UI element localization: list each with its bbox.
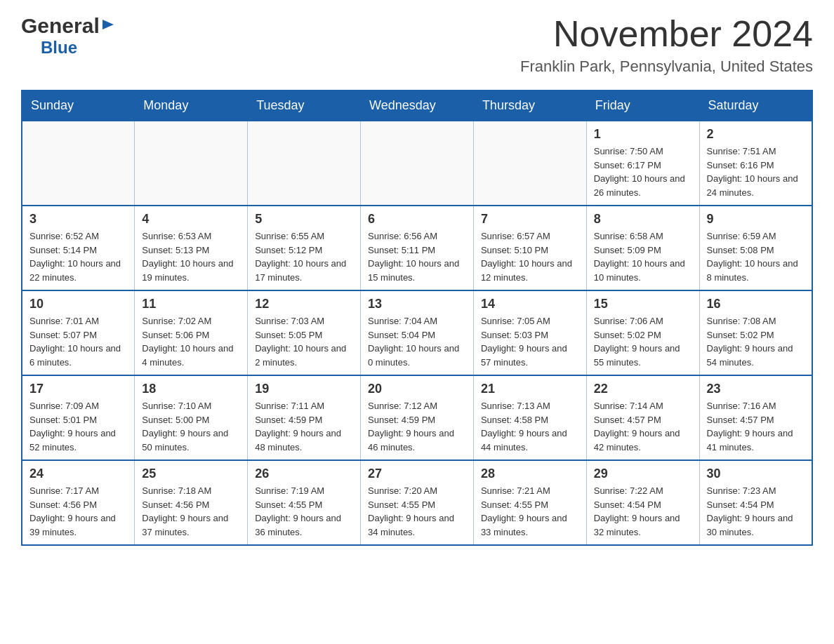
column-header-friday: Friday	[586, 90, 699, 121]
week-row-1: 1Sunrise: 7:50 AMSunset: 6:17 PMDaylight…	[22, 121, 812, 206]
day-number: 14	[481, 297, 579, 311]
day-number: 24	[29, 467, 127, 481]
day-number: 30	[707, 467, 805, 481]
day-info: Sunrise: 6:55 AMSunset: 5:12 PMDaylight:…	[255, 229, 353, 284]
day-info: Sunrise: 7:10 AMSunset: 5:00 PMDaylight:…	[142, 399, 240, 454]
day-info: Sunrise: 7:23 AMSunset: 4:54 PMDaylight:…	[707, 484, 805, 539]
logo-general-text: General	[21, 14, 100, 38]
day-number: 8	[594, 212, 692, 227]
calendar-cell	[361, 121, 474, 206]
day-info: Sunrise: 7:08 AMSunset: 5:02 PMDaylight:…	[707, 314, 805, 369]
calendar-cell	[22, 121, 135, 206]
calendar-cell: 24Sunrise: 7:17 AMSunset: 4:56 PMDayligh…	[22, 460, 135, 545]
day-info: Sunrise: 7:04 AMSunset: 5:04 PMDaylight:…	[368, 314, 466, 369]
day-info: Sunrise: 7:05 AMSunset: 5:03 PMDaylight:…	[481, 314, 579, 369]
day-number: 6	[368, 212, 466, 227]
calendar-cell: 30Sunrise: 7:23 AMSunset: 4:54 PMDayligh…	[699, 460, 812, 545]
calendar-cell: 8Sunrise: 6:58 AMSunset: 5:09 PMDaylight…	[586, 206, 699, 290]
calendar-cell	[473, 121, 586, 206]
day-number: 11	[142, 297, 240, 311]
column-header-monday: Monday	[135, 90, 248, 121]
day-info: Sunrise: 7:12 AMSunset: 4:59 PMDaylight:…	[368, 399, 466, 454]
day-number: 22	[594, 382, 692, 396]
calendar-cell: 10Sunrise: 7:01 AMSunset: 5:07 PMDayligh…	[22, 290, 135, 375]
column-header-saturday: Saturday	[699, 90, 812, 121]
day-number: 20	[368, 382, 466, 396]
calendar-cell: 29Sunrise: 7:22 AMSunset: 4:54 PMDayligh…	[586, 460, 699, 545]
logo-arrow-icon	[100, 17, 115, 35]
day-number: 19	[255, 382, 353, 396]
day-info: Sunrise: 7:14 AMSunset: 4:57 PMDaylight:…	[594, 399, 692, 454]
logo: General Blue	[21, 14, 115, 58]
day-number: 29	[594, 467, 692, 481]
day-info: Sunrise: 6:57 AMSunset: 5:10 PMDaylight:…	[481, 229, 579, 284]
column-header-tuesday: Tuesday	[248, 90, 361, 121]
day-info: Sunrise: 7:16 AMSunset: 4:57 PMDaylight:…	[707, 399, 805, 454]
subtitle: Franklin Park, Pennsylvania, United Stat…	[520, 58, 813, 76]
day-info: Sunrise: 6:58 AMSunset: 5:09 PMDaylight:…	[594, 229, 692, 284]
day-info: Sunrise: 7:20 AMSunset: 4:55 PMDaylight:…	[368, 484, 466, 539]
column-header-wednesday: Wednesday	[361, 90, 474, 121]
day-info: Sunrise: 7:21 AMSunset: 4:55 PMDaylight:…	[481, 484, 579, 539]
svg-marker-0	[102, 20, 114, 29]
calendar-cell: 15Sunrise: 7:06 AMSunset: 5:02 PMDayligh…	[586, 290, 699, 375]
week-row-2: 3Sunrise: 6:52 AMSunset: 5:14 PMDaylight…	[22, 206, 812, 290]
day-info: Sunrise: 7:06 AMSunset: 5:02 PMDaylight:…	[594, 314, 692, 369]
day-info: Sunrise: 7:02 AMSunset: 5:06 PMDaylight:…	[142, 314, 240, 369]
week-row-4: 17Sunrise: 7:09 AMSunset: 5:01 PMDayligh…	[22, 375, 812, 460]
week-row-3: 10Sunrise: 7:01 AMSunset: 5:07 PMDayligh…	[22, 290, 812, 375]
day-number: 28	[481, 467, 579, 481]
day-info: Sunrise: 6:56 AMSunset: 5:11 PMDaylight:…	[368, 229, 466, 284]
calendar-cell: 20Sunrise: 7:12 AMSunset: 4:59 PMDayligh…	[361, 375, 474, 460]
day-info: Sunrise: 7:17 AMSunset: 4:56 PMDaylight:…	[29, 484, 127, 539]
calendar-cell: 22Sunrise: 7:14 AMSunset: 4:57 PMDayligh…	[586, 375, 699, 460]
day-info: Sunrise: 7:51 AMSunset: 6:16 PMDaylight:…	[707, 145, 805, 199]
calendar-cell	[135, 121, 248, 206]
calendar-cell: 7Sunrise: 6:57 AMSunset: 5:10 PMDaylight…	[473, 206, 586, 290]
calendar-cell: 5Sunrise: 6:55 AMSunset: 5:12 PMDaylight…	[248, 206, 361, 290]
day-number: 2	[707, 127, 805, 142]
calendar-cell: 14Sunrise: 7:05 AMSunset: 5:03 PMDayligh…	[473, 290, 586, 375]
day-number: 3	[29, 212, 127, 227]
calendar-cell: 25Sunrise: 7:18 AMSunset: 4:56 PMDayligh…	[135, 460, 248, 545]
column-header-sunday: Sunday	[22, 90, 135, 121]
calendar-cell: 27Sunrise: 7:20 AMSunset: 4:55 PMDayligh…	[361, 460, 474, 545]
calendar-cell: 21Sunrise: 7:13 AMSunset: 4:58 PMDayligh…	[473, 375, 586, 460]
day-info: Sunrise: 6:53 AMSunset: 5:13 PMDaylight:…	[142, 229, 240, 284]
calendar-cell: 17Sunrise: 7:09 AMSunset: 5:01 PMDayligh…	[22, 375, 135, 460]
day-number: 27	[368, 467, 466, 481]
day-info: Sunrise: 7:50 AMSunset: 6:17 PMDaylight:…	[594, 145, 692, 199]
day-number: 21	[481, 382, 579, 396]
calendar-cell: 26Sunrise: 7:19 AMSunset: 4:55 PMDayligh…	[248, 460, 361, 545]
calendar-cell: 18Sunrise: 7:10 AMSunset: 5:00 PMDayligh…	[135, 375, 248, 460]
title-area: November 2024 Franklin Park, Pennsylvani…	[520, 14, 813, 76]
day-info: Sunrise: 7:19 AMSunset: 4:55 PMDaylight:…	[255, 484, 353, 539]
day-number: 26	[255, 467, 353, 481]
day-number: 1	[594, 127, 692, 142]
day-info: Sunrise: 7:22 AMSunset: 4:54 PMDaylight:…	[594, 484, 692, 539]
day-info: Sunrise: 7:11 AMSunset: 4:59 PMDaylight:…	[255, 399, 353, 454]
day-number: 13	[368, 297, 466, 311]
day-number: 9	[707, 212, 805, 227]
day-number: 15	[594, 297, 692, 311]
calendar-cell: 23Sunrise: 7:16 AMSunset: 4:57 PMDayligh…	[699, 375, 812, 460]
calendar-cell: 1Sunrise: 7:50 AMSunset: 6:17 PMDaylight…	[586, 121, 699, 206]
calendar-cell: 3Sunrise: 6:52 AMSunset: 5:14 PMDaylight…	[22, 206, 135, 290]
day-number: 5	[255, 212, 353, 227]
calendar-cell	[248, 121, 361, 206]
calendar-cell: 4Sunrise: 6:53 AMSunset: 5:13 PMDaylight…	[135, 206, 248, 290]
calendar-cell: 2Sunrise: 7:51 AMSunset: 6:16 PMDaylight…	[699, 121, 812, 206]
calendar-header-row: SundayMondayTuesdayWednesdayThursdayFrid…	[22, 90, 812, 121]
calendar-cell: 6Sunrise: 6:56 AMSunset: 5:11 PMDaylight…	[361, 206, 474, 290]
day-info: Sunrise: 7:18 AMSunset: 4:56 PMDaylight:…	[142, 484, 240, 539]
day-number: 4	[142, 212, 240, 227]
calendar-cell: 11Sunrise: 7:02 AMSunset: 5:06 PMDayligh…	[135, 290, 248, 375]
calendar-cell: 19Sunrise: 7:11 AMSunset: 4:59 PMDayligh…	[248, 375, 361, 460]
day-info: Sunrise: 6:52 AMSunset: 5:14 PMDaylight:…	[29, 229, 127, 284]
calendar-table: SundayMondayTuesdayWednesdayThursdayFrid…	[21, 90, 813, 546]
column-header-thursday: Thursday	[473, 90, 586, 121]
page-header: General Blue November 2024 Franklin Park…	[21, 14, 813, 76]
calendar-cell: 12Sunrise: 7:03 AMSunset: 5:05 PMDayligh…	[248, 290, 361, 375]
day-info: Sunrise: 7:03 AMSunset: 5:05 PMDaylight:…	[255, 314, 353, 369]
calendar-cell: 9Sunrise: 6:59 AMSunset: 5:08 PMDaylight…	[699, 206, 812, 290]
